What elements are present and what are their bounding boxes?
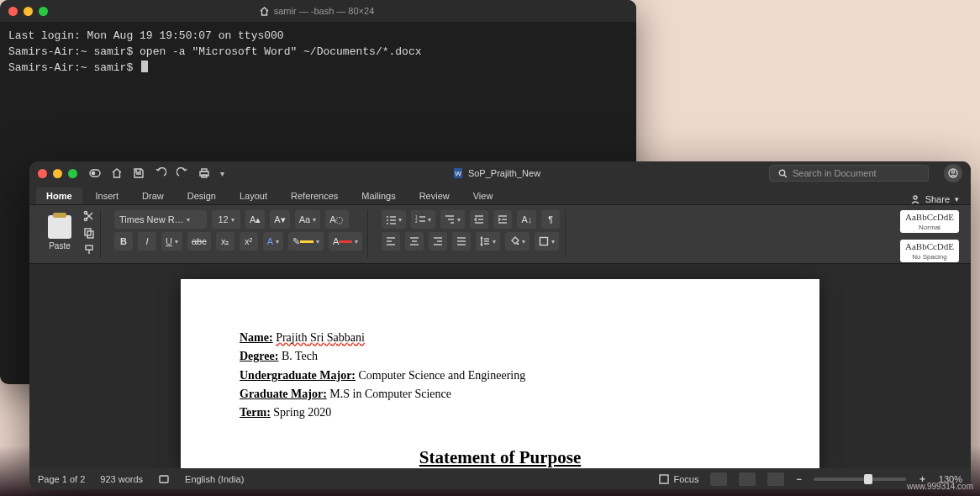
line-spacing-button[interactable] bbox=[476, 232, 500, 251]
word-titlebar[interactable]: ▾ W SoP_Prajith_New Search in Document bbox=[29, 161, 971, 185]
doc-line-term: Term: Spring 2020 bbox=[240, 404, 761, 421]
align-center-icon bbox=[409, 236, 419, 246]
ribbon-tabs: Home Insert Draw Design Layout Reference… bbox=[29, 185, 971, 205]
view-print-layout-button[interactable] bbox=[710, 472, 727, 486]
svg-line-8 bbox=[784, 175, 787, 177]
autosave-toggle[interactable] bbox=[89, 167, 101, 179]
view-outline-button[interactable] bbox=[767, 472, 784, 486]
svg-point-1 bbox=[92, 171, 96, 176]
doc-line-ug: Undergraduate Major: Computer Science an… bbox=[240, 367, 761, 384]
italic-button[interactable]: I bbox=[138, 232, 156, 251]
align-left-button[interactable] bbox=[382, 232, 400, 251]
svg-rect-54 bbox=[660, 475, 668, 483]
grad-label: Graduate Major: bbox=[240, 388, 327, 400]
window-controls bbox=[38, 169, 77, 178]
font-family-select[interactable]: Times New R… bbox=[114, 210, 207, 229]
clear-formatting-button[interactable]: A◌ bbox=[325, 210, 348, 229]
account-icon[interactable] bbox=[944, 164, 962, 182]
cut-icon[interactable] bbox=[83, 210, 95, 222]
save-icon[interactable] bbox=[133, 167, 145, 179]
style-no-spacing[interactable]: AaBbCcDdE No Spacing bbox=[900, 240, 959, 262]
tab-review[interactable]: Review bbox=[409, 187, 460, 204]
svg-point-7 bbox=[779, 170, 784, 175]
zoom-slider-thumb[interactable] bbox=[864, 474, 872, 484]
share-button[interactable]: Share ▾ bbox=[910, 194, 964, 204]
qat-chevron-icon[interactable]: ▾ bbox=[220, 169, 224, 178]
svg-rect-3 bbox=[202, 169, 207, 171]
tab-references[interactable]: References bbox=[281, 187, 348, 204]
undo-icon[interactable] bbox=[155, 167, 166, 179]
align-center-button[interactable] bbox=[405, 232, 424, 251]
change-case-button[interactable]: Aa bbox=[295, 210, 320, 229]
strikethrough-button[interactable]: abc bbox=[187, 232, 211, 251]
tab-design[interactable]: Design bbox=[177, 187, 226, 204]
maximize-icon[interactable] bbox=[68, 169, 77, 178]
shading-button[interactable] bbox=[505, 232, 530, 251]
tab-home[interactable]: Home bbox=[36, 187, 82, 204]
align-right-button[interactable] bbox=[429, 232, 447, 251]
view-web-layout-button[interactable] bbox=[739, 472, 756, 486]
tab-insert[interactable]: Insert bbox=[86, 187, 129, 204]
shrink-font-button[interactable]: A▾ bbox=[270, 210, 289, 229]
search-icon bbox=[778, 169, 788, 178]
multilevel-list-button[interactable] bbox=[440, 210, 465, 229]
font-size-select[interactable]: 12 bbox=[212, 210, 240, 229]
line-spacing-icon bbox=[480, 236, 490, 246]
spellcheck-icon[interactable] bbox=[158, 473, 170, 485]
copy-icon[interactable] bbox=[83, 227, 95, 239]
tab-mailings[interactable]: Mailings bbox=[351, 187, 405, 204]
bold-button[interactable]: B bbox=[114, 232, 133, 251]
font-color-button[interactable]: A bbox=[329, 232, 362, 251]
decrease-indent-button[interactable] bbox=[470, 210, 488, 229]
increase-indent-button[interactable] bbox=[493, 210, 512, 229]
show-marks-button[interactable]: ¶ bbox=[541, 210, 560, 229]
clipboard-group: Paste bbox=[36, 210, 101, 258]
bullets-button[interactable] bbox=[382, 210, 406, 229]
minimize-icon[interactable] bbox=[53, 169, 62, 178]
close-icon[interactable] bbox=[8, 7, 18, 16]
search-input[interactable]: Search in Document bbox=[769, 165, 929, 182]
sort-button[interactable]: A↓ bbox=[517, 210, 536, 229]
redo-icon[interactable] bbox=[177, 167, 188, 179]
zoom-out-button[interactable]: − bbox=[796, 474, 801, 484]
subscript-button[interactable]: x₂ bbox=[216, 232, 234, 251]
format-painter-icon[interactable] bbox=[83, 244, 95, 256]
close-icon[interactable] bbox=[38, 169, 47, 178]
status-page[interactable]: Page 1 of 2 bbox=[38, 474, 85, 484]
highlight-button[interactable]: ✎ bbox=[288, 232, 324, 251]
svg-point-11 bbox=[914, 196, 917, 199]
superscript-button[interactable]: x² bbox=[240, 232, 258, 251]
align-right-icon bbox=[433, 236, 443, 246]
paste-button[interactable]: Paste bbox=[41, 210, 78, 256]
print-icon[interactable] bbox=[198, 167, 210, 179]
status-language[interactable]: English (India) bbox=[185, 474, 244, 484]
tab-draw[interactable]: Draw bbox=[132, 187, 174, 204]
terminal-title: samir — -bash — 80×24 bbox=[55, 6, 579, 16]
svg-point-19 bbox=[387, 219, 388, 221]
style-nospacing-preview: AaBbCcDdE bbox=[905, 241, 954, 251]
grow-font-button[interactable]: A▴ bbox=[245, 210, 265, 229]
numbering-button[interactable]: 12 bbox=[411, 210, 435, 229]
status-words[interactable]: 923 words bbox=[100, 474, 143, 484]
text-effects-button[interactable]: A bbox=[263, 232, 283, 251]
window-controls bbox=[8, 7, 48, 16]
degree-label: Degree: bbox=[240, 350, 278, 362]
focus-mode-button[interactable]: Focus bbox=[659, 474, 698, 484]
underline-button[interactable]: U bbox=[161, 232, 182, 251]
minimize-icon[interactable] bbox=[24, 7, 33, 16]
indent-icon bbox=[498, 214, 508, 224]
tab-layout[interactable]: Layout bbox=[229, 187, 277, 204]
terminal-command: open -a "Microsoft Word" ~/Documents/*.d… bbox=[140, 45, 421, 58]
page[interactable]: Name: Prajith Sri Sabbani Degree: B. Tec… bbox=[181, 279, 819, 468]
terminal-titlebar[interactable]: samir — -bash — 80×24 bbox=[0, 0, 636, 22]
style-normal[interactable]: AaBbCcDdE Normal bbox=[900, 210, 959, 233]
borders-button[interactable] bbox=[535, 232, 559, 251]
name-label: Name: bbox=[240, 331, 273, 344]
zoom-slider[interactable] bbox=[814, 478, 906, 481]
justify-button[interactable] bbox=[452, 232, 471, 251]
home-file-icon[interactable] bbox=[111, 167, 123, 179]
tab-view[interactable]: View bbox=[463, 187, 503, 204]
maximize-icon[interactable] bbox=[39, 7, 48, 16]
document-area[interactable]: Name: Prajith Sri Sabbani Degree: B. Tec… bbox=[29, 264, 971, 468]
ribbon: Paste Times New R… 12 A▴ A▾ Aa A◌ B I bbox=[29, 205, 971, 264]
